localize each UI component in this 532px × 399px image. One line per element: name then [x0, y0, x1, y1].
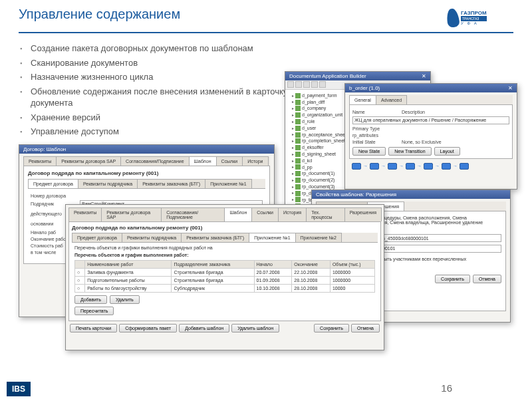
save-button[interactable]: Сохранить — [314, 324, 349, 332]
radio[interactable]: ○ — [75, 284, 85, 292]
logo-sub: ТРАНСГАЗ — [461, 16, 487, 21]
tab[interactable]: Согласования/Подписание — [161, 207, 225, 221]
page-title: Управление содержанием — [19, 7, 180, 22]
bullet-list: Создание пакета договорных документов по… — [19, 43, 298, 138]
label-name: Name — [352, 110, 399, 114]
window-title: Договор: Шаблон — [19, 145, 274, 154]
lbl1: Перечень объектов и графики выполнения п… — [74, 245, 375, 250]
subtab[interactable]: Приложение №1 — [249, 233, 295, 242]
del-tmpl-button[interactable]: Удалить шаблон — [231, 324, 279, 332]
label-attrib: rp_attributes — [352, 133, 399, 138]
add-button[interactable]: Добавить — [74, 295, 107, 304]
subtab[interactable]: Реквизиты заказчика (БТГ) — [181, 233, 249, 242]
tab[interactable]: Шаблон — [224, 207, 252, 221]
window-title: Documentum Application Builder✕ — [285, 72, 430, 80]
subtab[interactable]: Предмет договора — [72, 233, 122, 242]
lbl2: Перечень объектов и график выполнения ра… — [74, 253, 375, 257]
subtab[interactable]: Реквизиты заказчика (БТГ) — [137, 179, 205, 188]
subtab[interactable]: Приложение №2 — [295, 233, 342, 242]
window-title: Свойства шаблона: Разрешения — [312, 190, 510, 199]
tab-general[interactable]: General — [349, 95, 376, 104]
print-button[interactable]: Печать карточки — [70, 324, 117, 332]
add-tmpl-button[interactable]: Добавить шаблон — [179, 324, 229, 332]
label-nosec: None, so Exclusive — [402, 140, 448, 144]
layout-button[interactable]: Layout — [434, 147, 460, 156]
tab[interactable]: Реквизиты — [68, 207, 102, 221]
table-header-row: Наименование работ Подразделение заказчи… — [75, 260, 375, 268]
tab[interactable]: Реквизиты договора SAP — [101, 207, 162, 221]
list-item: Обновление содержания после внесения изм… — [19, 86, 298, 109]
heading: Договор подряда по капитальному ремонту … — [72, 225, 378, 231]
window-title: b_order (1.0)✕ — [345, 84, 517, 92]
window-lifecycle[interactable]: b_order (1.0)✕ General Advanced NameDesc… — [344, 83, 517, 190]
list-item: Хранение версий — [19, 112, 298, 124]
tab[interactable]: Ссылки — [216, 156, 243, 166]
save-button[interactable]: Сохранить — [435, 275, 470, 283]
subtab[interactable]: Реквизиты подрядчика — [122, 233, 182, 242]
cancel-button[interactable]: Отмена — [351, 324, 380, 332]
label-desc: Description — [402, 110, 448, 114]
label-num: Номер договора — [31, 194, 77, 198]
window-worklist[interactable]: Реквизиты Реквизиты договора SAP Согласо… — [65, 204, 384, 350]
label-state: Initial State — [352, 140, 399, 144]
list-item: Создание пакета договорных документов по… — [19, 43, 298, 55]
tab[interactable]: Шаблон — [189, 156, 217, 166]
desc-input[interactable]: ЖЦ для оперативных документов / Решение … — [352, 116, 509, 124]
tab[interactable]: Согласования/Подписание — [120, 156, 189, 166]
heading: Договор подряда по капитальному ремонту … — [28, 170, 265, 176]
list-item: Сканирование документов — [19, 57, 298, 69]
close-icon[interactable]: ✕ — [508, 85, 513, 91]
table-row[interactable]: ○Заливка фундаментаСтроительная бригада2… — [75, 268, 375, 276]
label-ptype: Primary Type — [352, 126, 399, 131]
subtab[interactable]: Предмет договора — [28, 179, 78, 188]
logo-city: У Ф А — [461, 21, 487, 25]
radio[interactable]: ○ — [75, 268, 85, 276]
list-item: Управление доступом — [19, 126, 298, 138]
recalc-button[interactable]: Пересчитать — [74, 307, 114, 315]
flame-icon — [446, 8, 460, 28]
subtab[interactable]: Приложение №1 — [205, 179, 251, 188]
works-table: Наименование работ Подразделение заказчи… — [74, 260, 375, 293]
radio[interactable]: ○ — [75, 276, 85, 284]
delete-button[interactable]: Удалить — [110, 295, 140, 304]
close-icon[interactable]: ✕ — [422, 73, 426, 79]
title-divider — [19, 32, 513, 33]
tab[interactable]: Реквизиты договора SAP — [56, 156, 121, 166]
logo-brand: ГАЗПРОМ — [461, 11, 487, 16]
list-item: Назначение жизненного цикла — [19, 71, 298, 83]
table-row[interactable]: ○Работы по благоустройствуСубподрядчик10… — [75, 284, 375, 292]
tab[interactable]: Ссылки — [251, 207, 279, 221]
tab[interactable]: Тех. процессы — [306, 207, 345, 221]
table-row[interactable]: ○Подготовительные работыСтроительная бри… — [75, 276, 375, 284]
workflow-diagram: → → → → → → — [349, 159, 513, 176]
tab[interactable]: Истори — [242, 156, 268, 166]
cancel-button[interactable]: Отмена — [473, 275, 501, 283]
tab[interactable]: Реквизиты — [23, 156, 57, 166]
tab[interactable]: Разрешения — [344, 207, 382, 221]
gazprom-logo: ГАЗПРОМ ТРАНСГАЗ У Ф А — [447, 7, 513, 29]
new-trans-button[interactable]: New Transition — [388, 147, 431, 156]
ibs-logo: IBS — [7, 382, 31, 396]
id-input[interactable]: dm_45000dc680000101 — [376, 234, 501, 242]
new-state-button[interactable]: New State — [352, 147, 386, 156]
subtab[interactable]: Реквизиты подрядчика — [78, 179, 138, 188]
form-pkg-button[interactable]: Сформировать пакет — [119, 324, 177, 332]
tab[interactable]: История — [278, 207, 307, 221]
tab-advanced[interactable]: Advanced — [376, 95, 407, 104]
